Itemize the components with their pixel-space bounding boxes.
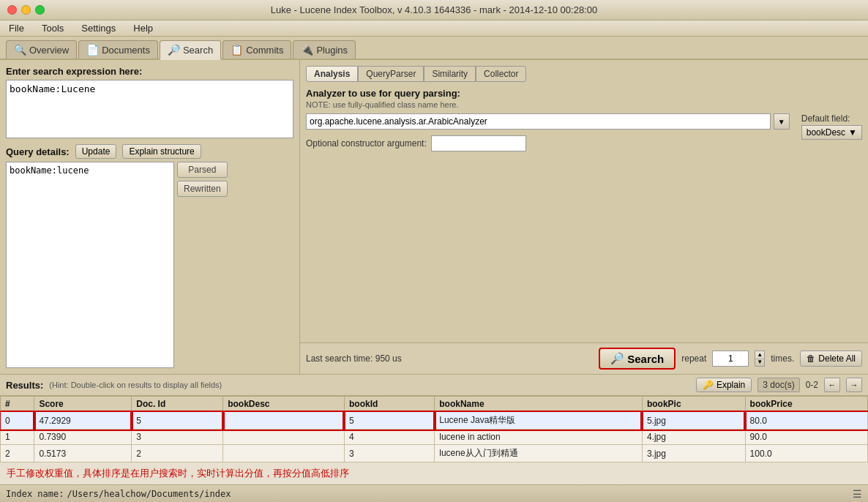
- explain-structure-button[interactable]: Explain structure: [122, 144, 201, 159]
- analyzer-section: Analyzer to use for query parsing: NOTE:…: [306, 88, 862, 154]
- tab-overview-label: Overview: [29, 45, 69, 56]
- table-row[interactable]: 0 47.2929 5 5 Lucene Java精华版 5.jpg 80.0: [1, 412, 868, 430]
- default-field-arrow: ▼: [848, 127, 857, 138]
- next-page-button[interactable]: →: [846, 378, 862, 392]
- tab-queryparser-label: QueryParser: [366, 69, 416, 79]
- maximize-button[interactable]: [35, 5, 45, 15]
- menu-settings[interactable]: Settings: [78, 21, 119, 35]
- cell-num: 1: [1, 430, 34, 445]
- rewritten-button[interactable]: Rewritten: [177, 181, 228, 197]
- search-button[interactable]: 🔎 Search: [599, 348, 676, 370]
- search-expression-label: Enter search expression here:: [6, 66, 293, 77]
- full-right: Analysis QueryParser Similarity Collecto…: [300, 60, 868, 374]
- tab-bar: 🔍 Overview 📄 Documents 🔎 Search 📋 Commit…: [0, 37, 868, 60]
- results-label: Results:: [6, 380, 43, 391]
- tab-analysis[interactable]: Analysis: [306, 66, 358, 82]
- col-book-desc: bookDesc: [223, 397, 345, 412]
- menu-file[interactable]: File: [6, 21, 27, 35]
- table-row[interactable]: 1 0.7390 3 4 lucene in action 4.jpg 90.0: [1, 430, 868, 445]
- update-button[interactable]: Update: [75, 144, 117, 159]
- spinner-down[interactable]: ▼: [755, 359, 764, 367]
- tab-documents[interactable]: 📄 Documents: [78, 40, 158, 59]
- menu-tools[interactable]: Tools: [39, 21, 67, 35]
- tab-search[interactable]: 🔎 Search: [160, 40, 221, 60]
- repeat-spinner[interactable]: ▲ ▼: [755, 351, 765, 367]
- query-details-row: Query details: Update Explain structure: [6, 144, 293, 159]
- explain-icon: 🔑: [703, 380, 714, 390]
- parsed-button[interactable]: Parsed: [177, 162, 228, 178]
- tab-commits[interactable]: 📋 Commits: [222, 40, 291, 59]
- page-range: 0-2: [806, 380, 818, 390]
- query-parsed-value: bookName:lucene: [10, 165, 89, 176]
- status-path: /Users/healchow/Documents/index: [67, 489, 231, 499]
- analyzer-input[interactable]: [306, 113, 771, 130]
- cell-book-pic: 5.jpg: [642, 412, 745, 430]
- minimize-button[interactable]: [21, 5, 31, 15]
- analyzer-row: ▼: [306, 113, 790, 130]
- tab-overview[interactable]: 🔍 Overview: [6, 40, 77, 59]
- results-explain-label: Explain: [717, 380, 745, 390]
- right-panel-wrapper: Analysis QueryParser Similarity Collecto…: [300, 60, 868, 374]
- cell-score: 0.5173: [34, 445, 132, 462]
- default-field-value: bookDesc: [807, 127, 845, 138]
- cell-book-id: 3: [344, 445, 434, 462]
- cell-book-id: 5: [344, 412, 434, 430]
- search-button-label: Search: [627, 353, 664, 365]
- results-header: Results: (Hint: Double-click on results …: [0, 375, 868, 396]
- times-label: times.: [771, 353, 794, 364]
- analyzer-dropdown[interactable]: ▼: [774, 113, 790, 130]
- search-icon: 🔎: [610, 352, 624, 365]
- cell-num: 2: [1, 445, 34, 462]
- content-wrapper: Enter search expression here: bookName:L…: [0, 60, 868, 502]
- cell-book-desc: [223, 412, 345, 430]
- plugins-icon: 🔌: [301, 44, 313, 56]
- tab-similarity[interactable]: Similarity: [424, 66, 476, 82]
- table-row[interactable]: 2 0.5173 2 3 lucene从入门到精通 3.jpg 100.0: [1, 445, 868, 462]
- traffic-lights: [7, 5, 45, 15]
- search-action-row: Last search time: 950 us 🔎 Search repeat…: [300, 342, 868, 374]
- delete-icon: 🗑: [807, 353, 815, 364]
- tab-search-label: Search: [183, 45, 213, 56]
- app-window: Luke - Lucene Index Toolbox, v 4.10.3 16…: [0, 0, 868, 502]
- spinner-up[interactable]: ▲: [755, 351, 764, 359]
- tab-collector-label: Collector: [484, 69, 518, 79]
- query-parsed-area: bookName:lucene Parsed Rewritten: [6, 162, 293, 368]
- analyzer-note: NOTE: use fully-qualified class name her…: [306, 100, 862, 109]
- cell-book-pic: 3.jpg: [642, 445, 745, 462]
- analysis-tabs: Analysis QueryParser Similarity Collecto…: [306, 66, 862, 82]
- tab-queryparser[interactable]: QueryParser: [358, 66, 424, 82]
- cell-book-pic: 4.jpg: [642, 430, 745, 445]
- delete-all-button[interactable]: 🗑 Delete All: [800, 351, 862, 367]
- results-note-row: 手工修改权重值，具体排序是在用户搜索时，实时计算出分值，再按分值高低排序: [1, 462, 868, 485]
- constructor-row: Optional constructor argument:: [306, 135, 790, 151]
- cell-doc-id: 3: [132, 430, 223, 445]
- title-bar: Luke - Lucene Index Toolbox, v 4.10.3 16…: [0, 0, 868, 20]
- cell-book-name: lucene in action: [435, 430, 643, 445]
- cell-book-desc: [223, 445, 345, 462]
- close-button[interactable]: [7, 5, 17, 15]
- constructor-input[interactable]: [431, 135, 526, 151]
- panels-row: Enter search expression here: bookName:L…: [0, 60, 868, 374]
- default-field-section: Default field: bookDesc ▼: [801, 113, 862, 140]
- col-book-name: bookName: [435, 397, 643, 412]
- col-doc-id: Doc. Id: [132, 397, 223, 412]
- tab-similarity-label: Similarity: [432, 69, 468, 79]
- doc-count: 3 doc(s): [757, 378, 799, 392]
- repeat-label: repeat: [681, 353, 706, 364]
- tab-documents-label: Documents: [102, 45, 150, 56]
- tab-plugins[interactable]: 🔌 Plugins: [293, 40, 356, 59]
- cell-book-name: lucene从入门到精通: [435, 445, 643, 462]
- tab-commits-label: Commits: [246, 45, 283, 56]
- search-expression-input[interactable]: bookName:Lucene: [6, 80, 293, 138]
- results-area: Results: (Hint: Double-click on results …: [0, 374, 868, 484]
- results-explain-button[interactable]: 🔑 Explain: [696, 378, 752, 392]
- tab-collector[interactable]: Collector: [476, 66, 526, 82]
- cell-score: 0.7390: [34, 430, 132, 445]
- status-label: Index name:: [6, 489, 64, 499]
- default-field-dropdown[interactable]: bookDesc ▼: [801, 125, 862, 140]
- prev-page-button[interactable]: ←: [824, 378, 840, 392]
- cell-book-desc: [223, 430, 345, 445]
- cell-book-id: 4: [344, 430, 434, 445]
- menu-help[interactable]: Help: [130, 21, 156, 35]
- repeat-input[interactable]: [712, 351, 749, 367]
